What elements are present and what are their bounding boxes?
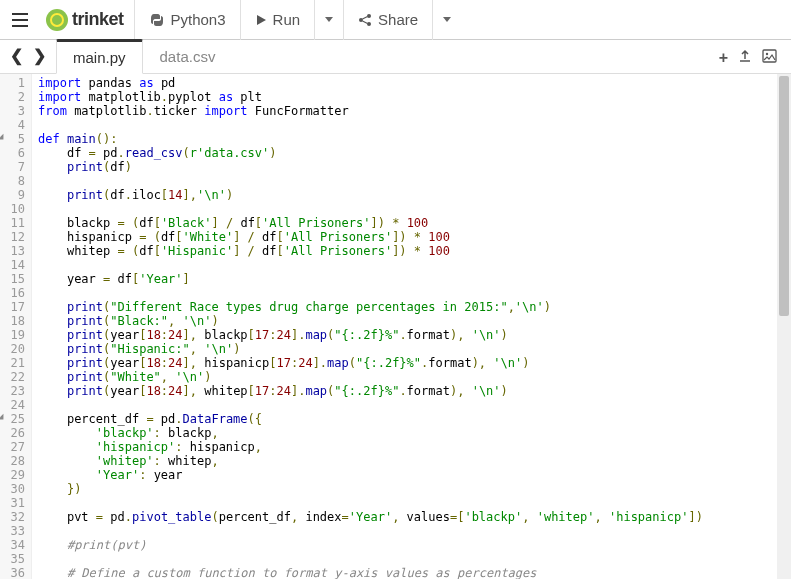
code-line[interactable] [38,174,777,188]
code-line[interactable]: pvt = pd.pivot_table(percent_df, index='… [38,510,777,524]
line-number: 31 [2,496,25,510]
code-line[interactable] [38,286,777,300]
code-editor[interactable]: 1234567891011121314151617181920212223242… [0,74,791,579]
code-line[interactable] [38,398,777,412]
line-number: 4 [2,118,25,132]
code-line[interactable]: whitep = (df['Hispanic'] / df['All Priso… [38,244,777,258]
line-number: 1 [2,76,25,90]
code-line[interactable]: print(df) [38,160,777,174]
code-line[interactable]: def main(): [38,132,777,146]
fold-icon[interactable] [0,134,6,142]
line-number: 27 [2,440,25,454]
code-line[interactable]: print("White", '\n') [38,370,777,384]
code-line[interactable]: import matplotlib.pyplot as plt [38,90,777,104]
line-number: 28 [2,454,25,468]
brand-logo[interactable]: trinket [40,0,135,40]
language-label: Python3 [171,11,226,28]
file-tabs: main.py data.csv [56,40,719,73]
line-number: 2 [2,90,25,104]
caret-down-icon [443,17,451,22]
line-number: 18 [2,314,25,328]
code-line[interactable]: # Define a custom function to format y-a… [38,566,777,579]
code-line[interactable]: #print(pvt) [38,538,777,552]
code-line[interactable]: from matplotlib.ticker import FuncFormat… [38,104,777,118]
code-line[interactable]: 'whitep': whitep, [38,454,777,468]
code-line[interactable] [38,202,777,216]
code-line[interactable] [38,552,777,566]
code-line[interactable]: year = df['Year'] [38,272,777,286]
line-number: 20 [2,342,25,356]
scroll-thumb[interactable] [779,76,789,316]
line-number: 3 [2,104,25,118]
code-line[interactable] [38,258,777,272]
share-label: Share [378,11,418,28]
line-number: 14 [2,258,25,272]
brand-name: trinket [72,9,124,30]
line-number: 21 [2,356,25,370]
line-number: 11 [2,216,25,230]
code-line[interactable] [38,524,777,538]
caret-down-icon [325,17,333,22]
image-icon [762,49,777,63]
menu-button[interactable] [0,0,40,40]
code-line[interactable]: import pandas as pd [38,76,777,90]
share-dropdown[interactable] [433,0,461,40]
code-line[interactable]: df = pd.read_csv(r'data.csv') [38,146,777,160]
run-button[interactable]: Run [241,0,316,40]
tab-prev-button[interactable]: ❮ [6,44,27,67]
line-number: 12 [2,230,25,244]
line-number: 13 [2,244,25,258]
trinket-logo-icon [46,9,68,31]
fold-icon[interactable] [0,414,6,422]
code-line[interactable]: blackp = (df['Black'] / df['All Prisoner… [38,216,777,230]
code-area[interactable]: import pandas as pdimport matplotlib.pyp… [32,74,777,579]
share-button[interactable]: Share [344,0,433,40]
tab-next-button[interactable]: ❯ [29,44,50,67]
line-number: 10 [2,202,25,216]
tab-bar: ❮ ❯ main.py data.csv + [0,40,791,74]
line-number: 22 [2,370,25,384]
line-number: 6 [2,146,25,160]
code-line[interactable]: print(year[18:24], blackp[17:24].map("{:… [38,328,777,342]
code-line[interactable]: print("Hispanic:", '\n') [38,342,777,356]
code-line[interactable]: 'Year': year [38,468,777,482]
code-line[interactable]: print("Different Race types drug charge … [38,300,777,314]
tab-main-py[interactable]: main.py [56,39,143,74]
vertical-scrollbar[interactable] [777,74,791,579]
language-selector[interactable]: Python3 [135,0,241,40]
run-dropdown[interactable] [315,0,344,40]
code-line[interactable]: print(year[18:24], whitep[17:24].map("{:… [38,384,777,398]
line-number: 23 [2,384,25,398]
upload-button[interactable] [738,49,752,67]
add-file-button[interactable]: + [719,49,728,67]
code-line[interactable]: print(year[18:24], hispanicp[17:24].map(… [38,356,777,370]
line-number: 35 [2,552,25,566]
line-number: 24 [2,398,25,412]
tab-data-csv[interactable]: data.csv [143,40,233,73]
line-number: 25 [2,412,25,426]
line-number: 7 [2,160,25,174]
code-line[interactable]: print("Black:", '\n') [38,314,777,328]
line-number: 29 [2,468,25,482]
line-number: 26 [2,426,25,440]
code-line[interactable] [38,496,777,510]
line-number: 9 [2,188,25,202]
code-line[interactable]: 'blackp': blackp, [38,426,777,440]
svg-point-2 [367,22,371,26]
code-line[interactable]: hispanicp = (df['White'] / df['All Priso… [38,230,777,244]
code-line[interactable]: 'hispanicp': hispanicp, [38,440,777,454]
code-line[interactable] [38,118,777,132]
play-icon [255,14,267,26]
line-number: 19 [2,328,25,342]
line-number: 32 [2,510,25,524]
code-line[interactable]: percent_df = pd.DataFrame({ [38,412,777,426]
line-number: 36 [2,566,25,579]
tab-nav-arrows: ❮ ❯ [6,44,56,73]
upload-icon [738,49,752,63]
line-gutter: 1234567891011121314151617181920212223242… [0,74,32,579]
code-line[interactable]: print(df.iloc[14],'\n') [38,188,777,202]
tab-actions: + [719,49,785,73]
python-icon [149,12,165,28]
code-line[interactable]: }) [38,482,777,496]
image-button[interactable] [762,49,777,67]
